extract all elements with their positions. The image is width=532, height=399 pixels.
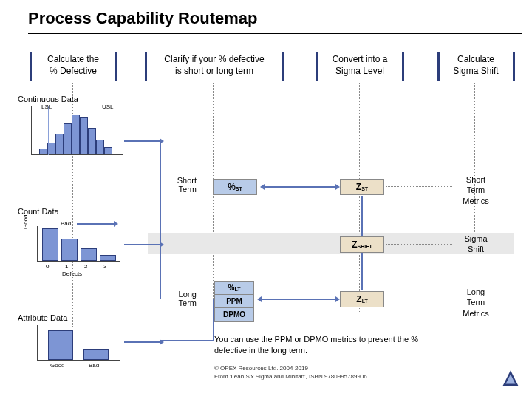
- title-underline: [28, 33, 522, 34]
- badge-z-shift: ZSHIFT: [340, 236, 384, 253]
- logo-icon: [501, 369, 520, 389]
- dot-lt: [386, 299, 452, 299]
- page-title: Process Capability Routemap: [0, 0, 532, 33]
- dotted-step3: [359, 83, 360, 312]
- dot-shift: [386, 244, 452, 245]
- badge-z-st: ZST: [340, 179, 384, 195]
- badge-pct-st: %ST: [213, 179, 257, 195]
- dotted-step4: [474, 83, 475, 253]
- dotted-step2: [213, 83, 214, 312]
- arrow-pctst-zst: [265, 186, 335, 188]
- arrow-zshift-zlt: [361, 253, 363, 290]
- arrow-merge-vertical: [160, 140, 161, 299]
- tick-1: 1: [65, 263, 68, 270]
- label-good-y: Good: [22, 214, 29, 229]
- label-defects: Defects: [62, 270, 82, 277]
- chart-count: [37, 226, 120, 262]
- label-short-metrics: Short Term Metrics: [454, 174, 498, 206]
- body-text: You can use the PPM or DPMO metrics to p…: [214, 334, 480, 356]
- arrow-continuous-out: [124, 140, 160, 142]
- chart-continuous: [31, 106, 123, 155]
- step-convert: Convert into a Sigma Level: [319, 53, 400, 77]
- stack-long-term: %LT PPM DPMO: [214, 281, 254, 322]
- arrow-attr-horiz: [160, 340, 213, 341]
- badge-z-lt: ZLT: [340, 291, 384, 307]
- bad-arrow: [77, 223, 114, 225]
- dot-st: [386, 186, 452, 187]
- arrow-zst-zshift: [361, 196, 363, 236]
- label-sigma-shift: Sigma Shift: [454, 233, 498, 255]
- footer-copyright: © OPEX Resources Ltd. 2004-2019: [214, 365, 308, 373]
- step-bar-left-2: [145, 52, 147, 81]
- arrow-lt-zlt: [262, 299, 335, 300]
- step-bar-left-4: [437, 52, 440, 81]
- footer-source: From 'Lean Six Sigma and Minitab', ISBN …: [214, 373, 367, 381]
- step-bar-right-3: [402, 52, 404, 81]
- arrow-count-out: [124, 244, 160, 245]
- step-clarify: Clarify if your % defective is short or …: [148, 53, 281, 77]
- arrow-attribute-out: [124, 341, 160, 343]
- label-usl: USL: [102, 103, 114, 110]
- label-lsl: LSL: [41, 103, 52, 110]
- label-good: Good: [50, 362, 65, 369]
- label-attribute-data: Attribute Data: [18, 313, 67, 322]
- badge-pct-lt: %LT: [215, 282, 253, 295]
- step-bar-right-4: [513, 52, 515, 81]
- step-bar-left-3: [316, 52, 318, 81]
- label-bad-x: Bad: [89, 362, 99, 369]
- label-short-term: Short Term: [164, 176, 197, 194]
- step-bar-left-1: [30, 52, 32, 81]
- step-bar-right-2: [282, 52, 284, 81]
- step-calc-defective: Calculate the % Defective: [33, 53, 114, 77]
- tick-0: 0: [46, 263, 49, 270]
- tick-3: 3: [103, 263, 106, 270]
- label-long-term: Long Term: [164, 290, 197, 307]
- label-continuous-data: Continuous Data: [18, 95, 78, 103]
- label-long-metrics: Long Term Metrics: [454, 287, 498, 318]
- step-bar-right-1: [115, 52, 117, 81]
- step-calc-shift: Calculate Sigma Shift: [440, 53, 511, 77]
- badge-dpmo: DPMO: [215, 308, 253, 321]
- tick-2: 2: [84, 263, 87, 270]
- chart-attribute: [37, 325, 120, 361]
- badge-ppm: PPM: [215, 295, 253, 308]
